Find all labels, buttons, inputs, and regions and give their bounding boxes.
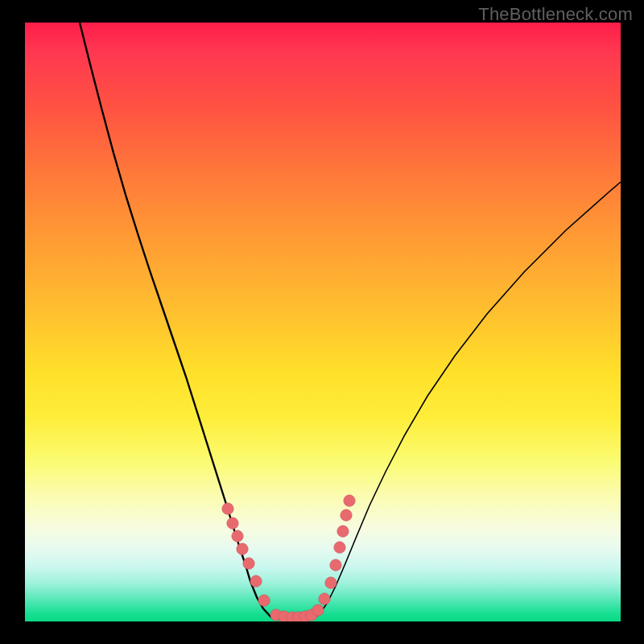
chart-svg — [25, 23, 621, 621]
marker-dot — [222, 503, 233, 514]
marker-dot — [250, 576, 262, 587]
marker-dot — [337, 526, 349, 537]
marker-dot — [237, 543, 248, 555]
marker-dot — [344, 495, 355, 506]
marker-dot — [325, 577, 336, 588]
marker-dot — [243, 558, 254, 569]
marker-dot — [319, 593, 330, 605]
marker-dot — [341, 510, 352, 521]
marker-dot — [312, 605, 324, 616]
marker-dot — [330, 559, 341, 571]
outer-frame: TheBottleneck.com — [0, 0, 644, 644]
marker-dot — [227, 518, 238, 529]
curve-right — [315, 182, 621, 618]
marker-dot — [232, 530, 243, 542]
curve-left — [80, 23, 271, 617]
plot-area — [25, 23, 621, 621]
marker-dot — [258, 595, 270, 606]
marker-dots — [222, 495, 355, 621]
marker-dot — [334, 542, 345, 553]
